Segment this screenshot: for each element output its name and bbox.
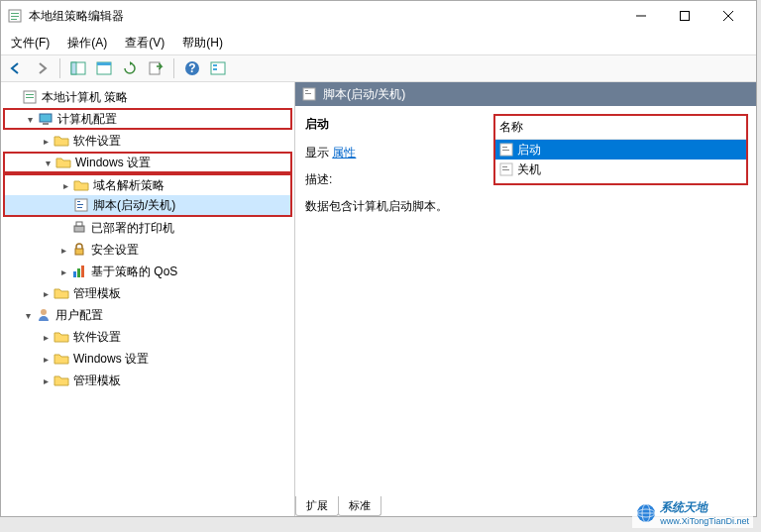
- tree-windows-settings[interactable]: ▾ Windows 设置: [3, 152, 292, 173]
- chevron-right-icon: ▸: [39, 354, 53, 365]
- column-header-name[interactable]: 名称: [495, 116, 746, 140]
- tree-software-settings-user[interactable]: ▸ 软件设置: [3, 326, 292, 348]
- svg-rect-20: [26, 97, 34, 98]
- tree-admin-templates-user[interactable]: ▸ 管理模板: [3, 370, 292, 391]
- refresh-button[interactable]: [119, 57, 141, 79]
- chart-icon: [70, 264, 88, 279]
- svg-rect-3: [11, 19, 17, 20]
- maximize-button[interactable]: [663, 2, 707, 30]
- filter-button[interactable]: [207, 57, 229, 79]
- svg-rect-22: [43, 123, 49, 125]
- svg-rect-27: [74, 226, 84, 232]
- properties-icon: [96, 60, 112, 76]
- export-button[interactable]: [145, 57, 166, 79]
- help-button[interactable]: ?: [181, 57, 203, 79]
- tree-label: 管理模板: [73, 285, 121, 302]
- tree-label: 基于策略的 QoS: [91, 264, 177, 280]
- close-button[interactable]: [707, 2, 750, 30]
- watermark-url: www.XiTongTianDi.net: [660, 516, 749, 526]
- tab-extended[interactable]: 扩展: [295, 496, 339, 516]
- detail-list-pane: 名称 启动 关机: [493, 112, 756, 516]
- export-icon: [148, 60, 163, 76]
- menu-file[interactable]: 文件(F): [7, 33, 54, 53]
- folder-icon: [53, 329, 70, 345]
- tree-label: Windows 设置: [75, 155, 151, 171]
- menu-view[interactable]: 查看(V): [121, 33, 168, 53]
- minimize-button[interactable]: [619, 2, 663, 30]
- show-hide-tree-button[interactable]: [67, 57, 89, 79]
- toolbar-separator: [59, 58, 60, 78]
- svg-rect-5: [681, 12, 690, 21]
- chevron-right-icon: ▸: [56, 245, 70, 256]
- svg-rect-17: [213, 68, 217, 70]
- folder-icon: [54, 155, 72, 170]
- tree-label: 管理模板: [73, 372, 121, 389]
- tree-scripts[interactable]: 脚本(启动/关机): [3, 195, 292, 217]
- tree-label: 软件设置: [73, 133, 121, 150]
- svg-rect-35: [305, 90, 308, 91]
- tree-root[interactable]: 本地计算机 策略: [3, 86, 292, 108]
- script-icon: [499, 162, 513, 176]
- svg-rect-32: [81, 266, 84, 277]
- svg-rect-16: [213, 64, 217, 66]
- tree-software-settings[interactable]: ▸ 软件设置: [3, 130, 292, 152]
- tree-label: 计算机配置: [57, 111, 117, 128]
- tree-computer-config[interactable]: ▾ 计算机配置: [3, 108, 292, 130]
- tree-label: 脚本(启动/关机): [93, 197, 175, 214]
- lock-icon: [70, 242, 88, 258]
- properties-link[interactable]: 属性: [332, 146, 356, 160]
- help-icon: ?: [184, 60, 200, 76]
- back-button[interactable]: [5, 57, 27, 79]
- folder-icon: [53, 285, 70, 301]
- filter-icon: [210, 60, 226, 76]
- svg-rect-2: [11, 16, 19, 17]
- chevron-down-icon: ▾: [21, 310, 35, 321]
- chevron-right-icon: ▸: [56, 266, 70, 277]
- detail-panel: 脚本(启动/关机) 启动 显示 属性 描述: 数据包含计算机启动脚本。 名称: [295, 82, 756, 516]
- tree-panel[interactable]: 本地计算机 策略 ▾ 计算机配置 ▸ 软件设置 ▾ Windows 设置 ▸ 域: [1, 82, 295, 516]
- chevron-down-icon: ▾: [23, 114, 37, 125]
- window-title: 本地组策略编辑器: [29, 8, 619, 25]
- tree-user-config[interactable]: ▾ 用户配置: [3, 304, 292, 326]
- tree-deployed-printers[interactable]: 已部署的打印机: [3, 217, 292, 239]
- tree-label: 域名解析策略: [93, 177, 164, 194]
- svg-rect-28: [76, 222, 82, 226]
- arrow-right-icon: [34, 60, 50, 76]
- description-text: 数据包含计算机启动脚本。: [305, 198, 484, 215]
- folder-icon: [53, 351, 70, 367]
- detail-heading: 启动: [305, 116, 484, 133]
- list-item-label: 启动: [517, 142, 541, 159]
- svg-rect-36: [305, 93, 311, 94]
- tree-admin-templates[interactable]: ▸ 管理模板: [3, 282, 292, 304]
- folder-icon: [53, 133, 70, 149]
- svg-rect-41: [502, 166, 507, 167]
- detail-title: 脚本(启动/关机): [323, 86, 405, 103]
- menu-help[interactable]: 帮助(H): [178, 33, 227, 53]
- tree-label: 软件设置: [73, 329, 121, 346]
- svg-rect-1: [11, 13, 19, 14]
- tree-name-resolution[interactable]: ▸ 域名解析策略: [3, 173, 292, 195]
- app-window: 本地组策略编辑器 文件(F) 操作(A) 查看(V) 帮助(H): [0, 0, 757, 517]
- svg-rect-21: [40, 114, 52, 122]
- list-item-shutdown[interactable]: 关机: [495, 160, 746, 179]
- globe-icon: [636, 503, 656, 523]
- svg-rect-39: [502, 150, 509, 151]
- tree-security-settings[interactable]: ▸ 安全设置: [3, 239, 292, 261]
- tree-label: 用户配置: [55, 307, 103, 324]
- forward-button[interactable]: [31, 57, 53, 79]
- tab-standard[interactable]: 标准: [338, 496, 381, 516]
- list-item-startup[interactable]: 启动: [495, 140, 746, 160]
- properties-button[interactable]: [93, 57, 115, 79]
- menu-action[interactable]: 操作(A): [63, 33, 111, 53]
- tree-label: 已部署的打印机: [91, 220, 174, 237]
- svg-rect-26: [77, 207, 82, 208]
- watermark-text: 系统天地 www.XiTongTianDi.net: [660, 499, 749, 526]
- svg-rect-42: [502, 169, 509, 170]
- tree-policy-qos[interactable]: ▸ 基于策略的 QoS: [3, 261, 292, 282]
- chevron-right-icon: ▸: [39, 288, 53, 299]
- show-properties-line: 显示 属性: [305, 145, 484, 161]
- panel-icon: [70, 60, 86, 76]
- printer-icon: [70, 220, 88, 236]
- tree-windows-settings-user[interactable]: ▸ Windows 设置: [3, 348, 292, 370]
- show-label: 显示: [305, 146, 332, 160]
